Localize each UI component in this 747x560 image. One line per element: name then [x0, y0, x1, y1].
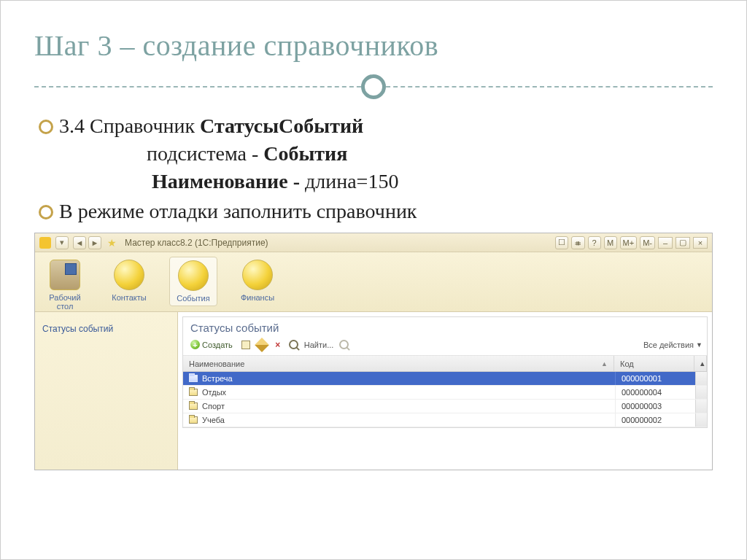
row-name-text: Спорт [202, 402, 225, 411]
cell-name: Учеба [183, 413, 615, 427]
pencil-icon [255, 338, 269, 352]
tool-chip-mminus[interactable]: M- [640, 236, 655, 249]
app-logo-icon [39, 237, 51, 249]
bullet-2-text: В режиме отладки заполнить справочник [59, 200, 417, 222]
table-row[interactable]: Отдых000000004 [183, 386, 707, 400]
scrollbar-track[interactable] [695, 400, 707, 413]
nav-menu-button[interactable]: ▾ [55, 236, 69, 249]
tool-chip-1[interactable]: ⩩ [571, 236, 585, 249]
grid-header: Наименование ▲ Код ▴ [183, 356, 707, 372]
col-header-code[interactable]: Код [614, 356, 694, 371]
section-events[interactable]: События [169, 257, 217, 306]
section-finance[interactable]: Финансы [233, 257, 282, 305]
nav-side-panel: Статусы событий [35, 312, 178, 470]
line3-suffix: длина=150 [300, 170, 398, 192]
line3-bold: Наименование - [152, 170, 300, 192]
item-icon [189, 389, 198, 396]
col-name-label: Наименование [189, 359, 244, 368]
row-code-text: 000000002 [622, 416, 662, 424]
magnifier-icon [289, 340, 298, 349]
clear-search-button[interactable] [338, 339, 349, 351]
create-button-label: Создать [202, 341, 233, 349]
all-actions-menu[interactable]: Все действия ▼ [643, 341, 703, 349]
sphere-icon [114, 260, 144, 290]
list-toolbar: + Создать × Найти... Все действия ▼ [183, 337, 707, 356]
sphere-icon [242, 260, 273, 290]
line2-prefix: подсистема - [147, 142, 263, 165]
row-name-text: Отдых [202, 388, 226, 397]
plus-icon: + [190, 340, 200, 349]
row-name-text: Встреча [202, 374, 233, 383]
row-code-text: 000000003 [622, 402, 662, 411]
sort-asc-icon: ▲ [601, 360, 608, 368]
search-button[interactable] [288, 339, 300, 351]
tool-chip-mplus[interactable]: M+ [620, 236, 638, 249]
table-row[interactable]: Спорт000000003 [183, 400, 707, 413]
x-icon: × [275, 340, 280, 350]
work-area: Статусы событий + Создать × Найти... [178, 312, 712, 470]
all-actions-label: Все действия [643, 341, 694, 349]
list-title: Статусы событий [183, 317, 707, 337]
col-code-label: Код [620, 359, 634, 368]
bullet-1-prefix: 3.4 Справочник [59, 114, 200, 137]
desktop-icon [50, 260, 80, 290]
bullet-1-line2: подсистема - События [59, 140, 713, 168]
sections-panel: Рабочий стол Контакты События Финансы [35, 252, 712, 312]
bullet-1-bold: СтатусыСобытий [200, 114, 363, 137]
nav-link-statuses[interactable]: Статусы событий [42, 324, 170, 334]
window-maximize-button[interactable]: ▢ [676, 237, 690, 249]
section-contacts-label: Контакты [112, 293, 147, 302]
title-divider [34, 74, 713, 99]
cell-name: Спорт [183, 400, 615, 413]
tool-chip-m[interactable]: M [604, 236, 617, 249]
magnifier-clear-icon [339, 340, 349, 349]
table-row[interactable]: Встреча000000001 [183, 372, 707, 386]
delete-button[interactable]: × [272, 339, 284, 351]
section-desktop[interactable]: Рабочий стол [41, 257, 89, 314]
window-minimize-button[interactable]: – [658, 237, 673, 249]
content-row: Статусы событий Статусы событий + Создат… [35, 312, 712, 470]
window-close-button[interactable]: × [693, 237, 708, 249]
chevron-down-icon: ▼ [696, 341, 703, 349]
favorites-icon[interactable]: ★ [106, 237, 117, 249]
cell-name: Отдых [183, 386, 615, 399]
tool-chip-help[interactable]: ? [588, 236, 601, 249]
bullet-2: В режиме отладки заполнить справочник [34, 198, 713, 225]
scrollbar-track[interactable] [695, 386, 707, 399]
slide-title: Шаг 3 – создание справочников [34, 28, 713, 63]
titlebar-right: ☐ ⩩ ? M M+ M- – ▢ × [555, 236, 708, 249]
bullet-1-line3: Наименование - длина=150 [59, 168, 713, 195]
history-nav: ◄ ► [73, 236, 101, 249]
section-contacts[interactable]: Контакты [105, 257, 153, 305]
window-title: Мастер класс8.2 (1С:Предприятие) [125, 238, 268, 248]
slide: Шаг 3 – создание справочников 3.4 Справо… [0, 0, 747, 560]
line2-bold: События [263, 142, 347, 165]
create-button[interactable]: + Создать [187, 338, 236, 351]
nav-back-button[interactable]: ◄ [73, 236, 86, 249]
table-row[interactable]: Учеба000000002 [183, 413, 707, 427]
section-desktop-label: Рабочий стол [42, 293, 88, 311]
item-icon [189, 416, 198, 424]
titlebar: ▾ ◄ ► ★ Мастер класс8.2 (1С:Предприятие)… [35, 233, 712, 252]
cell-code: 000000002 [615, 413, 695, 427]
item-icon [189, 402, 198, 410]
copy-button[interactable] [240, 339, 252, 351]
search-label[interactable]: Найти... [304, 341, 334, 349]
section-finance-label: Финансы [241, 293, 274, 302]
scrollbar-track[interactable] [695, 372, 707, 385]
edit-button[interactable] [256, 339, 268, 351]
section-events-label: События [177, 294, 209, 303]
tool-chip-0[interactable]: ☐ [555, 236, 568, 249]
col-header-name[interactable]: Наименование ▲ [183, 356, 614, 371]
slide-body: 3.4 Справочник СтатусыСобытий подсистема… [34, 112, 713, 225]
bullet-1: 3.4 Справочник СтатусыСобытий подсистема… [34, 112, 713, 195]
list-form: Статусы событий + Создать × Найти... [182, 316, 708, 428]
nav-forward-button[interactable]: ► [88, 236, 101, 249]
scrollbar-track[interactable] [695, 413, 707, 427]
cell-code: 000000001 [615, 372, 695, 385]
app-window: ▾ ◄ ► ★ Мастер класс8.2 (1С:Предприятие)… [34, 233, 713, 470]
copy-icon [241, 341, 250, 349]
row-name-text: Учеба [202, 416, 225, 424]
row-code-text: 000000001 [622, 374, 662, 383]
row-code-text: 000000004 [622, 388, 662, 397]
